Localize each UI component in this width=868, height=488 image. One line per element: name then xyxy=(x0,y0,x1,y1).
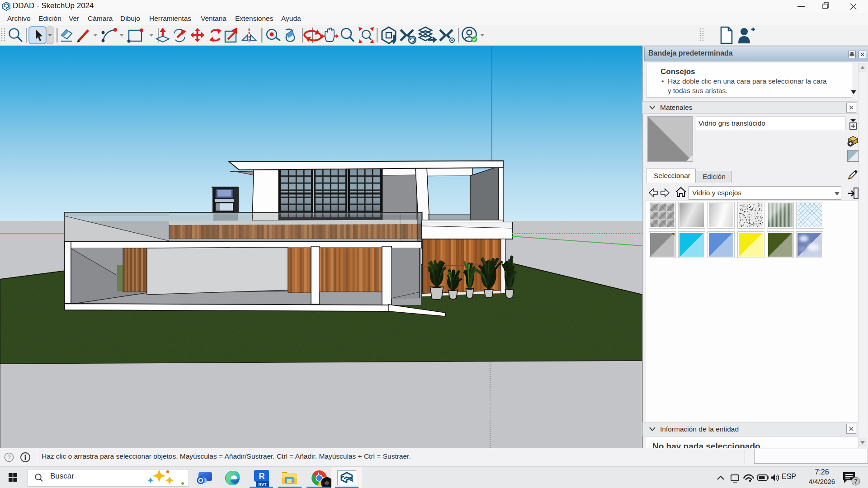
svg-text:7: 7 xyxy=(854,478,857,485)
svg-text:?: ? xyxy=(7,454,10,461)
svg-text:R: R xyxy=(259,472,265,481)
svg-text:RVT: RVT xyxy=(259,482,267,487)
